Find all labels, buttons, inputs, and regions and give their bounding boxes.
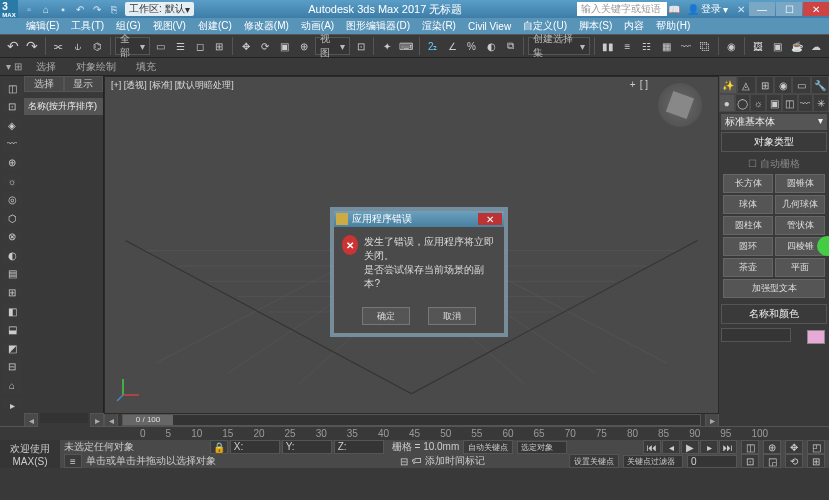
lt-16[interactable]: ⊟ [2, 358, 22, 375]
manip-icon[interactable]: ✦ [378, 36, 395, 56]
cmd-tab-motion[interactable]: ◉ [775, 77, 791, 93]
redo-button[interactable]: ↷ [23, 36, 40, 56]
play-icon[interactable]: ▶ [681, 440, 699, 454]
btn-sphere[interactable]: 球体 [723, 195, 773, 214]
nav-6[interactable]: ⊞ [807, 454, 825, 468]
save-icon[interactable]: ▪ [56, 2, 70, 16]
menu-create[interactable]: 创建(C) [192, 18, 238, 34]
lp-tab-display[interactable]: 显示 [64, 76, 104, 92]
lt-10[interactable]: ◐ [2, 247, 22, 264]
render-frame-icon[interactable]: ▣ [768, 36, 785, 56]
autokey-button[interactable]: 自动关键点 [463, 440, 513, 454]
lt-3[interactable]: ◈ [2, 117, 22, 134]
tl-right[interactable]: ▸ [705, 413, 719, 427]
lp-tab-select[interactable]: 选择 [24, 76, 64, 92]
menu-modifier[interactable]: 修改器(M) [238, 18, 295, 34]
named-sel-set[interactable]: 创建选择集 ▾ [528, 37, 590, 55]
object-name-input[interactable] [721, 328, 791, 342]
nav-3[interactable]: ◰ [807, 440, 825, 454]
close-button[interactable]: ✕ [803, 2, 829, 16]
curve-editor-icon[interactable]: 〰 [677, 36, 694, 56]
subcategory-dropdown[interactable]: 标准基本体▾ [721, 114, 827, 130]
cat-cameras-icon[interactable]: ▣ [767, 95, 781, 111]
btn-cone[interactable]: 圆锥体 [775, 174, 825, 193]
spinner-snap-icon[interactable]: ◐ [482, 36, 499, 56]
welcome-panel[interactable]: 欢迎使用 MAX(S) [0, 440, 60, 468]
lt-13[interactable]: ◧ [2, 303, 22, 320]
window-cross-icon[interactable]: ⊞ [211, 36, 228, 56]
lt-8[interactable]: ⬡ [2, 210, 22, 227]
cat-shapes-icon[interactable]: ◯ [736, 95, 750, 111]
menu-help[interactable]: 帮助(H) [650, 18, 696, 34]
snap2d-icon[interactable]: 2₂ [424, 36, 441, 56]
cat-lights-icon[interactable]: ☼ [751, 95, 765, 111]
menu-civil[interactable]: Civil View [462, 18, 517, 34]
menu-edit[interactable]: 编辑(E) [20, 18, 65, 34]
lt-9[interactable]: ⊗ [2, 229, 22, 246]
dialog-ok-button[interactable]: 确定 [362, 307, 410, 325]
prev-frame-icon[interactable]: ◂ [662, 440, 680, 454]
tab-select[interactable]: 选择 [30, 60, 62, 74]
isolate-icon[interactable]: ◫ [741, 440, 759, 454]
rollout-object-type[interactable]: 对象类型 [721, 132, 827, 152]
lt-17[interactable]: ⌂ [2, 377, 22, 394]
lock-icon[interactable]: 🔒 [210, 440, 228, 454]
lt-6[interactable]: ☼ [2, 173, 22, 190]
lt-12[interactable]: ⊞ [2, 284, 22, 301]
goto-end-icon[interactable]: ⏭ [719, 440, 737, 454]
new-icon[interactable]: ▫ [22, 2, 36, 16]
layers-icon[interactable]: ☷ [638, 36, 655, 56]
lt-1[interactable]: ◫ [2, 80, 22, 97]
dialog-close-button[interactable]: ✕ [478, 213, 502, 225]
search-help-icon[interactable]: 📖 [667, 2, 681, 16]
cmd-tab-display[interactable]: ▭ [793, 77, 809, 93]
btn-plane[interactable]: 平面 [775, 258, 825, 277]
frame-input[interactable]: 0 [687, 455, 737, 468]
search-input[interactable]: 输入关键字或短语 [577, 2, 667, 16]
tab-paint[interactable]: 对象绘制 [70, 60, 122, 74]
undo-button[interactable]: ↶ [4, 36, 21, 56]
viewcube[interactable] [658, 83, 702, 127]
render-setup-icon[interactable]: 🖼 [749, 36, 766, 56]
btn-torus[interactable]: 圆环 [723, 237, 773, 256]
btn-geosphere[interactable]: 几何球体 [775, 195, 825, 214]
nav-5[interactable]: ⟲ [785, 454, 803, 468]
render-icon[interactable]: ☕ [788, 36, 805, 56]
favorite-icon[interactable]: ✕ [734, 2, 748, 16]
rect-select-icon[interactable]: ◻ [191, 36, 208, 56]
btn-cylinder[interactable]: 圆柱体 [723, 216, 773, 235]
vp-add-icon[interactable]: + [630, 79, 636, 90]
add-time-tag[interactable]: 🏷 添加时间标记 [412, 454, 485, 468]
menu-render[interactable]: 渲染(R) [416, 18, 462, 34]
lt-7[interactable]: ◎ [2, 191, 22, 208]
nav-2[interactable]: ✥ [785, 440, 803, 454]
lt-15[interactable]: ◩ [2, 340, 22, 357]
cmd-tab-utilities[interactable]: 🔧 [812, 77, 828, 93]
setkey-button[interactable]: 设置关键点 [569, 454, 619, 468]
lt-expand[interactable]: ▸ [2, 398, 22, 415]
cat-space-icon[interactable]: 〰 [799, 95, 813, 111]
lt-11[interactable]: ▤ [2, 266, 22, 283]
isolate-toggle[interactable]: ⊟ [400, 456, 408, 467]
nav-1[interactable]: ⊕ [763, 440, 781, 454]
cat-helpers-icon[interactable]: ◫ [783, 95, 797, 111]
unlink-icon[interactable]: ⫝ [69, 36, 86, 56]
keyfilter-button[interactable]: 关键点过滤器 [623, 455, 683, 468]
select-icon[interactable]: ▭ [152, 36, 169, 56]
next-frame-icon[interactable]: ▸ [700, 440, 718, 454]
cat-geometry-icon[interactable]: ● [720, 95, 734, 111]
angle-snap-icon[interactable]: ∠ [443, 36, 460, 56]
lp-column-header[interactable]: 名称(按升序排序) [24, 98, 103, 115]
dialog-titlebar[interactable]: 应用程序错误 ✕ [334, 211, 504, 227]
select-name-icon[interactable]: ☰ [172, 36, 189, 56]
menu-view[interactable]: 视图(V) [147, 18, 192, 34]
btn-box[interactable]: 长方体 [723, 174, 773, 193]
undo-icon[interactable]: ↶ [73, 2, 87, 16]
cat-systems-icon[interactable]: ✳ [814, 95, 828, 111]
lt-2[interactable]: ⊡ [2, 99, 22, 116]
goto-start-icon[interactable]: ⏮ [643, 440, 661, 454]
vp-bracket-icon[interactable]: [ ] [640, 79, 648, 90]
time-slider[interactable]: 0 / 100 [122, 414, 701, 426]
a360-icon[interactable]: ☁ [807, 36, 824, 56]
signin-button[interactable]: 👤登录 ▾ [687, 2, 728, 16]
